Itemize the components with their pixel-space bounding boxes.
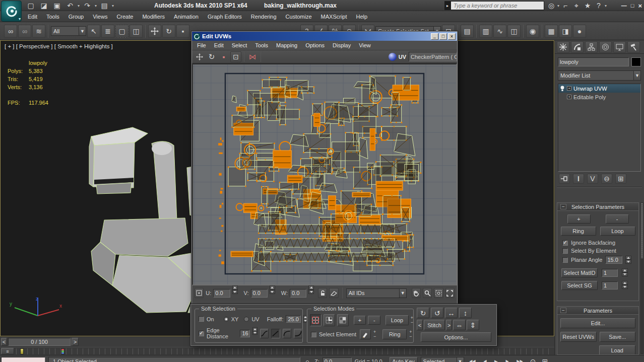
uvw-menu-select[interactable]: Select [228,41,251,50]
menu-tools[interactable]: Tools [42,11,64,22]
rotate-cw-button[interactable]: ↻ [417,308,429,318]
search-go-button[interactable]: ▸ [444,1,450,10]
project-folder-button[interactable]: ▤ [99,1,110,10]
dialog-close-button[interactable]: × [448,33,456,40]
play-button[interactable]: ▶ [492,357,500,362]
expand-box-icon[interactable]: + [567,86,571,91]
ring-shrink-button[interactable]: − [409,334,412,339]
parameters-header[interactable]: − Parameters [557,307,638,315]
redo-button[interactable]: ↷ [82,1,93,10]
key-filter-arrow[interactable]: ▼ [457,357,464,362]
falloff-curve-pinch-button[interactable] [260,329,269,338]
save-uvws-button[interactable]: Save... [600,332,636,342]
select-and-rotate-button[interactable]: ↻ [162,25,175,38]
uv-freeform-button[interactable]: ⊡ [230,51,241,62]
filter-selected-faces-button[interactable] [329,288,338,298]
contract-selection-button[interactable]: - [368,316,380,325]
stitch-button[interactable]: Stitch [424,320,445,330]
select-and-link-icon[interactable]: ∞ [4,25,17,38]
track-bar[interactable]: ≡ [0,347,554,355]
edge-distance-checkbox[interactable] [199,331,204,336]
lock-selected-vertices-button[interactable] [318,288,327,298]
project-dropdown-arrow[interactable]: ▾ [112,4,114,8]
undo-dropdown-arrow[interactable]: ▾ [78,4,80,8]
load-uvws-button[interactable]: Load [599,345,636,355]
selection-lock-icon[interactable]: ∩ [303,357,311,362]
track-key[interactable] [61,348,65,354]
previous-frame-button[interactable]: ◀ [481,357,489,362]
curve-editor-icon[interactable]: ∿ [493,25,506,38]
mirror-horizontal-button[interactable]: ↔ [445,308,458,318]
reset-uvws-button[interactable]: Reset UVWs [560,332,597,342]
uv-scale-button[interactable]: ▪ [218,51,229,62]
communication-center-icon[interactable]: ⌖ [571,1,582,10]
dialog-maximize-button[interactable]: □ [439,33,447,40]
lightbulb-icon[interactable] [560,86,565,92]
go-to-start-button[interactable]: ◀◀ [467,357,478,362]
shrink-selection-button[interactable]: - [606,214,629,224]
key-filter-combo[interactable]: Selected▼ [421,357,464,362]
select-and-scale-button[interactable]: ▪ [176,25,189,38]
select-by-element-checkbox[interactable] [562,248,568,254]
loop-shrink-button[interactable]: − [411,320,413,325]
menu-create[interactable]: Create [112,11,138,22]
edit-uvws-button[interactable]: Edit... [560,318,635,328]
next-frame-button[interactable]: ▶ [503,357,511,362]
select-element-checkbox[interactable] [311,332,316,337]
key-mode-toggle-icon[interactable]: ⊙ [529,357,538,362]
zoom-button[interactable] [423,288,432,298]
auto-key-button[interactable]: Auto Key [390,357,418,362]
tab-hierarchy[interactable] [585,41,598,53]
vertex-mode-button[interactable] [310,314,321,326]
w-spinner[interactable] [308,285,314,294]
expand-selection-button[interactable]: + [354,316,366,325]
soft-selection-on-checkbox[interactable] [199,316,204,322]
matid-field[interactable]: 1 [602,269,618,277]
loop-button[interactable]: Loop [600,227,635,236]
mini-curve-editor-button[interactable]: ≡ [1,348,14,354]
go-to-end-button[interactable]: ▶▶ [514,357,526,362]
new-file-button[interactable]: ▢ [25,1,36,10]
loop-button[interactable]: Loop [385,315,409,325]
uvw-menu-options[interactable]: Options [301,41,329,50]
menu-modifiers[interactable]: Modifiers [138,11,169,22]
search-input[interactable] [450,1,544,10]
show-map-sphere-icon[interactable] [389,53,397,61]
u-field[interactable]: 0.0 [213,289,230,298]
redo-dropdown-arrow[interactable]: ▾ [95,4,97,8]
tab-create[interactable] [557,41,569,53]
uv-move-button[interactable] [194,51,205,62]
select-region-button[interactable]: ▢ [115,25,128,38]
stack-row-unwrap-uvw[interactable]: + Unwrap UVW [558,84,640,93]
window-crossing-button[interactable]: ◫ [130,25,143,38]
time-back-button[interactable]: < [1,338,7,346]
w-field[interactable]: 0.0 [290,289,306,298]
uvw-menu-view[interactable]: View [355,41,375,50]
select-and-move-button[interactable] [148,25,161,38]
z-coordinate-field[interactable]: 0.0 [323,357,352,362]
close-button[interactable]: × [638,2,642,10]
falloff-curve-linear-button[interactable] [271,329,280,338]
time-configuration-icon[interactable]: ⊞ [541,357,550,362]
material-id-filter-combo[interactable]: All IDs▼ [346,288,407,298]
face-mode-button[interactable] [337,314,349,326]
edge-mode-button[interactable] [324,314,335,326]
pan-button[interactable] [412,288,421,298]
zoom-extents-button[interactable] [445,288,455,298]
v-field[interactable]: 0.0 [251,289,268,298]
select-object-button[interactable]: ↖ [87,25,100,38]
dialog-minimize-button[interactable]: _ [431,33,438,40]
pin-stack-button[interactable] [559,174,570,184]
edge-distance-spinner[interactable] [252,327,257,335]
menu-edit[interactable]: Edit [23,11,42,22]
grow-selection-button[interactable]: + [567,214,591,224]
dialog-title-bar[interactable]: Edit UVWs _ □ × [192,32,457,41]
container-icon[interactable]: ▥ [479,25,492,38]
uv-mirror-button[interactable]: ⋈ [247,51,258,62]
zoom-region-button[interactable] [434,288,443,298]
sg-field[interactable]: 1 [602,281,618,289]
collapse-icon[interactable]: − [560,204,566,209]
unlink-selection-icon[interactable]: ∞ [18,25,31,38]
minimize-button[interactable]: — [621,3,627,9]
remove-modifier-button[interactable]: ⊖ [601,174,612,184]
